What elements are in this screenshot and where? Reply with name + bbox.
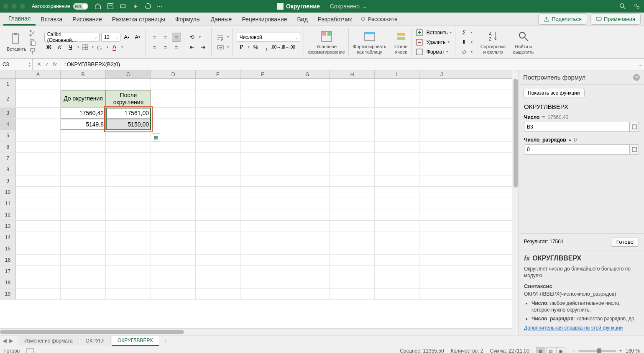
comma-icon[interactable]: , [262, 43, 271, 52]
macro-record-icon[interactable] [26, 348, 34, 353]
increase-indent-icon[interactable]: ⇥ [199, 43, 208, 52]
expand-formula-bar-icon[interactable]: ⌄ [636, 61, 644, 67]
bold-button[interactable]: Ж [44, 43, 54, 52]
view-page-layout-icon[interactable]: ▤ [546, 347, 555, 353]
align-right-icon[interactable]: ≡ [172, 43, 181, 52]
qat-more-icon[interactable]: ⋯ [157, 3, 162, 10]
tab-review[interactable]: Рецензирование [237, 13, 292, 25]
currency-icon[interactable]: ₽ [237, 43, 246, 52]
tell-me[interactable]: Расскажите [360, 16, 397, 22]
font-size-combo[interactable]: 12 [101, 33, 120, 42]
redo-icon[interactable] [144, 3, 152, 10]
tab-home[interactable]: Главная [3, 13, 36, 26]
done-button[interactable]: Готово [611, 237, 639, 247]
formula-input[interactable]: =ОКРУГЛВВЕРХ(B3;0) [61, 61, 636, 67]
insert-cells-icon[interactable] [416, 29, 423, 36]
chevron-down-icon[interactable]: ⌄ [362, 3, 367, 10]
merge-cells-icon[interactable] [216, 43, 225, 52]
spreadsheet-grid[interactable]: A B C D E F G H I J 1 2До округленияПосл… [0, 70, 512, 335]
row-header-11[interactable]: 11 [0, 198, 16, 209]
share-button[interactable]: Поделиться [538, 13, 587, 25]
col-header-g[interactable]: G [285, 70, 330, 78]
more-help-link[interactable]: Дополнительная справка по этой функции [524, 325, 639, 331]
row-header-4[interactable]: 4 [0, 119, 16, 130]
col-header-f[interactable]: F [240, 70, 285, 78]
col-header-d[interactable]: D [151, 70, 196, 78]
arg-digits-ref-icon[interactable] [630, 144, 639, 155]
arg-digits-input[interactable] [524, 144, 630, 155]
row-header-19[interactable]: 19 [0, 289, 16, 299]
row-header-9[interactable]: 9 [0, 175, 16, 186]
zoom-value[interactable]: 160 % [626, 348, 640, 353]
find-select-button[interactable]: Найти и выделить [510, 28, 537, 57]
align-bottom-icon[interactable]: ≡ [172, 33, 181, 42]
confirm-formula-icon[interactable]: ✓ [45, 61, 49, 67]
tab-insert[interactable]: Вставка [36, 13, 67, 25]
autosave-toggle[interactable]: вкл. [73, 3, 88, 10]
autosum-icon[interactable]: Σ [460, 28, 469, 37]
sort-filter-button[interactable]: AZ Сортировка и фильтр [477, 28, 509, 57]
align-top-icon[interactable]: ≡ [150, 33, 159, 42]
increase-decimal-icon[interactable]: .00→.0 [273, 43, 282, 52]
cancel-formula-icon[interactable]: ✕ [37, 61, 41, 67]
delete-cells-icon[interactable] [416, 39, 423, 46]
tab-view[interactable]: Вид [292, 13, 313, 25]
row-header-7[interactable]: 7 [0, 153, 16, 164]
format-as-table-button[interactable]: Форматировать как таблицу [350, 28, 390, 57]
increase-font-icon[interactable]: A▴ [122, 33, 131, 42]
wrap-text-icon[interactable] [216, 33, 225, 42]
clear-icon[interactable]: ◇ [460, 47, 469, 57]
maximize-window-icon[interactable] [20, 4, 25, 9]
view-normal-icon[interactable]: ▦ [536, 347, 545, 353]
format-cells-icon[interactable] [416, 48, 423, 56]
cell-c3[interactable]: 17561,00 [106, 108, 151, 119]
tab-draw[interactable]: Рисование [67, 13, 107, 25]
close-window-icon[interactable] [3, 4, 8, 9]
row-header-5[interactable]: 5 [0, 130, 16, 141]
select-all-corner[interactable] [0, 70, 16, 78]
save-icon[interactable] [107, 3, 114, 10]
col-header-a[interactable]: A [16, 70, 61, 78]
col-header-e[interactable]: E [196, 70, 240, 78]
undo-icon[interactable] [132, 3, 139, 10]
align-left-icon[interactable]: ≡ [150, 43, 159, 52]
col-header-j[interactable]: J [419, 70, 464, 78]
sheet-tab-1[interactable]: Изменение формата [18, 336, 79, 345]
row-header-2[interactable]: 2 [0, 90, 16, 107]
row-header-3[interactable]: 3 [0, 108, 16, 119]
row-header-10[interactable]: 10 [0, 187, 16, 198]
quickprint-icon[interactable] [119, 3, 127, 10]
cell-b2[interactable]: До округления [61, 90, 106, 107]
arg-number-input[interactable] [524, 122, 630, 132]
decrease-font-icon[interactable]: A▾ [133, 33, 142, 42]
tab-developer[interactable]: Разработчик [313, 13, 357, 25]
orientation-icon[interactable]: ⟲ [188, 33, 197, 42]
col-header-i[interactable]: I [375, 70, 419, 78]
close-panel-icon[interactable]: ✕ [633, 74, 640, 81]
search-icon[interactable] [619, 3, 626, 10]
zoom-out-icon[interactable]: − [572, 348, 575, 353]
font-name-combo[interactable]: Calibri (Основной... [44, 33, 100, 42]
sheet-tab-2[interactable]: ОКРУГЛ [80, 336, 111, 345]
col-header-h[interactable]: H [330, 70, 375, 78]
sheet-tab-3[interactable]: ОКРУГЛВВЕРХ [112, 336, 159, 346]
row-header-14[interactable]: 14 [0, 232, 16, 243]
cell-styles-button[interactable]: Стили ячеек [391, 28, 411, 57]
row-header-17[interactable]: 17 [0, 266, 16, 277]
borders-icon[interactable] [81, 43, 90, 52]
align-center-icon[interactable]: ≡ [161, 43, 170, 52]
next-sheet-icon[interactable]: ▶ [9, 338, 13, 344]
tab-data[interactable]: Данные [206, 13, 237, 25]
arg-number-ref-icon[interactable] [630, 122, 639, 132]
underline-button[interactable]: Ч [66, 43, 75, 52]
row-header-15[interactable]: 15 [0, 243, 16, 254]
add-sheet-icon[interactable]: + [160, 338, 170, 344]
tab-layout[interactable]: Разметка страницы [107, 13, 170, 25]
percent-icon[interactable]: % [251, 43, 261, 52]
tab-formulas[interactable]: Формулы [170, 13, 206, 25]
row-header-1[interactable]: 1 [0, 79, 16, 90]
zoom-slider[interactable] [578, 350, 616, 352]
row-header-18[interactable]: 18 [0, 277, 16, 288]
font-color-icon[interactable]: A [110, 43, 119, 52]
align-middle-icon[interactable]: ≡ [161, 33, 170, 42]
